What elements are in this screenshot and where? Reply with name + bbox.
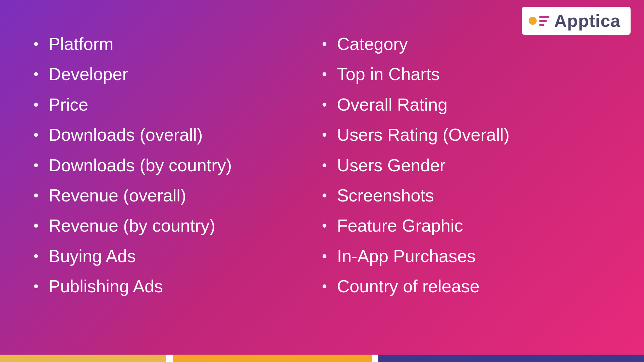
list-item: Price [34,94,322,115]
right-bullet-list: CategoryTop in ChartsOverall RatingUsers… [322,34,610,306]
bottom-segment-navy [378,355,644,362]
list-item: Developer [34,64,322,84]
list-item: Buying Ads [34,246,322,266]
logo-container: Apptica [522,7,631,35]
logo-text: Apptica [554,11,621,31]
list-item: Feature Graphic [322,215,610,236]
main-content: PlatformDeveloperPriceDownloads (overall… [0,0,644,362]
list-item: Publishing Ads [34,276,322,297]
list-item: Top in Charts [322,64,610,84]
list-item: Revenue (by country) [34,215,322,236]
left-column: PlatformDeveloperPriceDownloads (overall… [34,27,322,322]
list-item: Revenue (overall) [34,185,322,206]
list-item: Downloads (overall) [34,124,322,145]
logo-icon [529,16,549,26]
bottom-segment-gap2 [372,355,378,362]
list-item: Overall Rating [322,94,610,115]
list-item: Users Rating (Overall) [322,124,610,145]
list-item: Category [322,34,610,54]
logo-bar-mid [539,20,547,22]
list-item: Country of release [322,276,610,297]
bottom-bar [0,355,644,362]
logo-bar-top [539,16,549,18]
bottom-segment-orange [173,355,372,362]
list-item: Screenshots [322,185,610,206]
logo-bar-bot [539,24,544,26]
bottom-segment-gap1 [166,355,173,362]
list-item: Users Gender [322,155,610,176]
list-item: In-App Purchases [322,246,610,266]
list-item: Platform [34,34,322,54]
bottom-segment-gold [0,355,166,362]
left-bullet-list: PlatformDeveloperPriceDownloads (overall… [34,34,322,306]
logo-bars-group [539,16,549,26]
list-item: Downloads (by country) [34,155,322,176]
right-column: CategoryTop in ChartsOverall RatingUsers… [322,27,610,322]
logo-orange-dot [529,17,537,25]
